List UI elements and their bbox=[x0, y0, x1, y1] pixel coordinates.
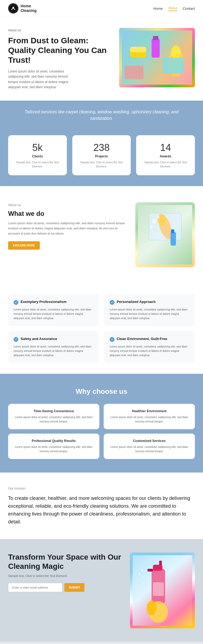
mission-section: Our mission To create cleaner, healthier… bbox=[0, 473, 203, 539]
stat-desc-clients: Sample text. Click to select the Text El… bbox=[14, 160, 61, 169]
svg-rect-23 bbox=[159, 561, 162, 566]
services-banner-text: Tailored services like carpet cleaning, … bbox=[16, 109, 187, 122]
svg-point-8 bbox=[171, 45, 181, 59]
cta-section: Transform Your Space with Our Cleaning M… bbox=[0, 539, 203, 642]
why-card-desc-2: Lorem ipsum dolor sit amet, consetetur s… bbox=[14, 445, 94, 454]
footer: Sample text. Click to select the Text El… bbox=[0, 642, 203, 644]
svg-point-19 bbox=[150, 225, 153, 228]
hero-section: About us From Dust to Gleam: Quality Cle… bbox=[0, 17, 203, 101]
svg-point-31 bbox=[137, 570, 138, 572]
feature-title-0: ✓ Exemplary Professionalism bbox=[14, 300, 93, 305]
what-we-do-content: About us What we do Lorem ipsum dolor si… bbox=[8, 202, 127, 250]
svg-point-27 bbox=[147, 600, 156, 616]
stats-grid: 5k Clients Sample text. Click to select … bbox=[8, 135, 195, 175]
hero-heading: From Dust to Gleam: Quality Cleaning You… bbox=[8, 36, 114, 65]
svg-rect-15 bbox=[171, 232, 176, 246]
main-nav: Home About Contact bbox=[153, 6, 195, 11]
svg-point-30 bbox=[143, 576, 144, 578]
stat-label-projects: Projects bbox=[78, 154, 126, 158]
stat-card-projects: 238 Projects Sample text. Click to selec… bbox=[72, 135, 131, 175]
feature-title-1: ✓ Personalized Approach bbox=[110, 300, 189, 305]
what-we-do-about-label: About us bbox=[8, 202, 127, 208]
cta-image bbox=[130, 553, 195, 628]
stat-card-clients: 5k Clients Sample text. Click to select … bbox=[8, 135, 67, 175]
svg-point-17 bbox=[152, 219, 156, 223]
why-card-0: Time-Saving Convenience Lorem ipsum dolo… bbox=[8, 404, 99, 429]
explore-more-button[interactable]: EXPLORE MORE bbox=[8, 241, 40, 250]
svg-point-29 bbox=[139, 573, 140, 575]
feature-desc-2: Lorem ipsum dolor sit amet, consetetur s… bbox=[14, 345, 93, 358]
why-choose-grid: Time-Saving Convenience Lorem ipsum dolo… bbox=[8, 404, 195, 459]
what-we-do-heading: What we do bbox=[8, 210, 127, 217]
check-icon-1: ✓ bbox=[110, 300, 114, 305]
why-card-3: Customized Services Lorem ipsum dolor si… bbox=[104, 434, 195, 459]
why-card-title-1: Healthier Environment bbox=[109, 409, 189, 413]
stat-number-projects: 238 bbox=[78, 142, 126, 153]
hero-content: About us From Dust to Gleam: Quality Cle… bbox=[8, 28, 114, 90]
feature-card-0: ✓ Exemplary Professionalism Lorem ipsum … bbox=[8, 294, 99, 326]
nav-contact[interactable]: Contact bbox=[183, 6, 195, 11]
svg-point-18 bbox=[157, 216, 160, 219]
stat-label-clients: Clients bbox=[14, 154, 61, 158]
feature-title-3: ✓ Clean Environment, Guilt-Free bbox=[110, 337, 189, 342]
svg-rect-9 bbox=[125, 66, 143, 79]
submit-button[interactable]: SUBMIT bbox=[64, 583, 84, 592]
stats-section: 5k Clients Sample text. Click to select … bbox=[0, 130, 203, 186]
svg-rect-22 bbox=[153, 565, 162, 571]
check-icon-3: ✓ bbox=[110, 337, 114, 342]
stat-desc-awards: Sample text. Click to select the Text El… bbox=[142, 160, 189, 169]
feature-title-2: ✓ Safety and Assurance bbox=[14, 337, 93, 342]
why-card-desc-3: Lorem ipsum dolor sit amet, consetetur s… bbox=[109, 445, 189, 454]
logo: HomeCleaning bbox=[8, 3, 37, 14]
logo-text: HomeCleaning bbox=[21, 4, 37, 13]
features-section: ✓ Exemplary Professionalism Lorem ipsum … bbox=[0, 283, 203, 374]
cta-image-placeholder bbox=[130, 553, 195, 628]
header: HomeCleaning Home About Contact bbox=[0, 0, 203, 17]
svg-rect-10 bbox=[162, 58, 184, 74]
feature-desc-0: Lorem ipsum dolor sit amet, consetetur s… bbox=[14, 308, 93, 321]
svg-rect-25 bbox=[153, 582, 164, 596]
why-card-title-3: Customized Services bbox=[109, 439, 189, 443]
stat-number-awards: 14 bbox=[142, 142, 189, 153]
svg-rect-6 bbox=[153, 36, 158, 40]
hero-image bbox=[119, 28, 195, 87]
email-input[interactable] bbox=[8, 583, 62, 592]
mission-label: Our mission bbox=[8, 486, 195, 491]
logo-icon bbox=[8, 3, 18, 14]
feature-desc-3: Lorem ipsum dolor sit amet, consetetur s… bbox=[110, 345, 189, 358]
why-choose-heading: Why choose us bbox=[8, 387, 195, 396]
feature-card-2: ✓ Safety and Assurance Lorem ipsum dolor… bbox=[8, 331, 99, 363]
nav-home[interactable]: Home bbox=[153, 6, 163, 11]
hero-about-label: About us bbox=[8, 28, 73, 33]
nav-about[interactable]: About bbox=[168, 6, 177, 11]
stat-card-awards: 14 Awards Sample text. Click to select t… bbox=[136, 135, 195, 175]
why-card-title-0: Time-Saving Convenience bbox=[14, 409, 94, 413]
stat-label-awards: Awards bbox=[142, 154, 189, 158]
check-icon-0: ✓ bbox=[14, 300, 18, 305]
mission-text: To create cleaner, healthier, and more w… bbox=[8, 494, 195, 526]
svg-point-1 bbox=[12, 7, 14, 8]
svg-rect-4 bbox=[130, 47, 146, 52]
what-we-do-image-placeholder bbox=[135, 202, 195, 267]
stat-desc-projects: Sample text. Click to select the Text El… bbox=[78, 160, 126, 169]
feature-card-1: ✓ Personalized Approach Lorem ipsum dolo… bbox=[104, 294, 195, 326]
why-card-2: Professional Quality Results Lorem ipsum… bbox=[8, 434, 99, 459]
cta-form: SUBMIT bbox=[8, 583, 125, 592]
svg-rect-16 bbox=[171, 229, 174, 233]
why-card-title-2: Professional Quality Results bbox=[14, 439, 94, 443]
cta-heading: Transform Your Space with Our Cleaning M… bbox=[8, 553, 125, 571]
feature-card-3: ✓ Clean Environment, Guilt-Free Lorem ip… bbox=[104, 331, 195, 363]
hero-description: Lorem ipsum dolor sit amet, consetetur s… bbox=[8, 69, 73, 90]
services-banner: Tailored services like carpet cleaning, … bbox=[0, 101, 203, 130]
what-we-do-section: About us What we do Lorem ipsum dolor si… bbox=[0, 186, 203, 283]
svg-rect-5 bbox=[152, 39, 160, 58]
why-card-desc-1: Lorem ipsum dolor sit amet, consetetur s… bbox=[109, 415, 189, 424]
check-icon-2: ✓ bbox=[14, 337, 18, 342]
why-card-1: Healthier Environment Lorem ipsum dolor … bbox=[104, 404, 195, 429]
hero-image-placeholder bbox=[119, 28, 195, 87]
why-choose-section: Why choose us Time-Saving Convenience Lo… bbox=[0, 374, 203, 473]
why-card-desc-0: Lorem ipsum dolor sit amet, consetetur s… bbox=[14, 415, 94, 424]
stat-number-clients: 5k bbox=[14, 142, 61, 153]
cta-content: Transform Your Space with Our Cleaning M… bbox=[8, 553, 125, 592]
feature-desc-1: Lorem ipsum dolor sit amet, consetetur s… bbox=[110, 308, 189, 321]
